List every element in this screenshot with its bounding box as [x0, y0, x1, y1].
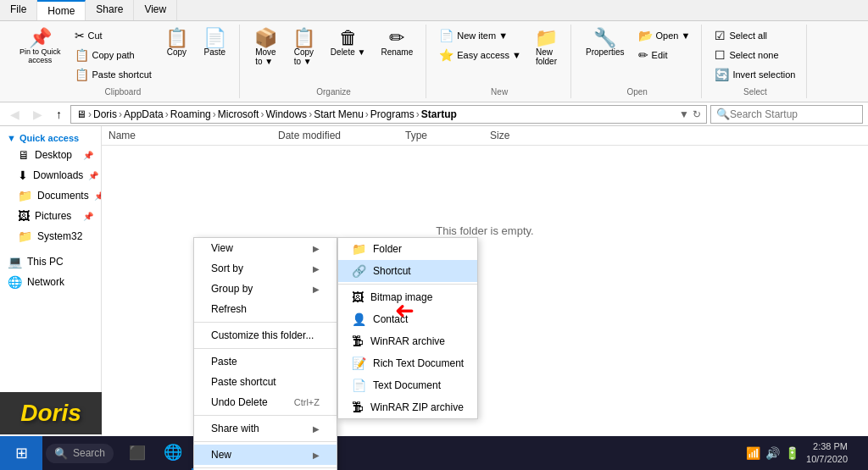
- tab-view[interactable]: View: [134, 0, 177, 20]
- ctx-view-label: View: [211, 242, 306, 254]
- pictures-icon: 🖼: [18, 209, 30, 223]
- cut-icon: ✂: [75, 29, 85, 42]
- col-type[interactable]: Type: [405, 130, 490, 141]
- open-icon: 📂: [638, 29, 653, 42]
- ctx-paste-shortcut-label: Paste shortcut: [211, 376, 320, 388]
- sidebar-item-desktop[interactable]: 🖥 Desktop 📌: [0, 145, 101, 165]
- select-label: Select: [710, 84, 799, 97]
- taskbar-search-label: Search: [73, 447, 105, 459]
- ctx-refresh[interactable]: Refresh: [194, 299, 337, 319]
- breadcrumb-programs: Programs: [370, 108, 415, 120]
- search-input[interactable]: [730, 108, 849, 120]
- rename-button[interactable]: ✏ Rename: [375, 26, 419, 59]
- clipboard-label: Clipboard: [14, 84, 232, 97]
- breadcrumb-appdata: AppData: [124, 108, 164, 120]
- tab-share[interactable]: Share: [86, 0, 134, 20]
- sub-zip-label: WinRAR ZIP archive: [370, 401, 464, 413]
- new-item-button[interactable]: 📄New item ▼: [435, 26, 526, 45]
- taskbar-search[interactable]: 🔍 Search: [46, 444, 114, 463]
- breadcrumb-roaming: Roaming: [170, 108, 211, 120]
- search-box[interactable]: 🔍: [710, 105, 863, 124]
- ribbon-body: 📌 Pin to Quickaccess ✂Cut 📋Copy path 📋Pa…: [0, 21, 868, 102]
- ctx-paste[interactable]: Paste: [194, 351, 337, 372]
- move-icon: 📦: [254, 29, 277, 47]
- search-icon: 🔍: [716, 108, 730, 120]
- forward-button[interactable]: ▶: [28, 105, 47, 124]
- sub-shortcut[interactable]: 🔗 Shortcut: [338, 260, 477, 282]
- pin-button[interactable]: 📌 Pin to Quickaccess: [14, 26, 67, 67]
- new-folder-button[interactable]: 📁 Newfolder: [529, 26, 564, 69]
- sidebar-item-pictures[interactable]: 🖼 Pictures 📌: [0, 206, 101, 226]
- sub-rtf[interactable]: 📝 Rich Text Document: [338, 352, 477, 374]
- pin-badge3: 📌: [94, 191, 102, 201]
- edit-button[interactable]: ✏Edit: [634, 46, 695, 64]
- open-button[interactable]: 📂Open ▼: [634, 26, 695, 45]
- ctx-share[interactable]: Share with: [194, 418, 337, 439]
- refresh-icon[interactable]: ↻: [693, 108, 701, 120]
- paste-shortcut-button[interactable]: 📋Paste shortcut: [70, 65, 156, 84]
- sub-zip[interactable]: 🗜 WinRAR ZIP archive: [338, 396, 477, 418]
- copy-path-label: Copy path: [92, 50, 135, 60]
- paste-button[interactable]: 📄 Paste: [198, 26, 232, 59]
- copy-path-button[interactable]: 📋Copy path: [70, 46, 156, 64]
- battery-icon: 🔋: [785, 446, 799, 460]
- tab-file[interactable]: File: [0, 0, 37, 20]
- new-label: New: [435, 84, 564, 97]
- edge-button[interactable]: 🌐: [156, 436, 190, 470]
- edit-label: Edit: [652, 50, 668, 60]
- ctx-paste-shortcut[interactable]: Paste shortcut: [194, 372, 337, 392]
- sub-winrar[interactable]: 🗜 WinRAR archive: [338, 330, 477, 352]
- sidebar-item-system32[interactable]: 📁 System32: [0, 226, 101, 246]
- sidebar-item-downloads[interactable]: ⬇ Downloads 📌: [0, 165, 101, 185]
- breadcrumb-doris: Doris: [93, 108, 117, 120]
- rtf-icon: 📝: [352, 357, 366, 370]
- folder-icon: 📁: [352, 242, 366, 256]
- up-button[interactable]: ↑: [51, 105, 67, 124]
- quickaccess-label: Quick access: [19, 133, 79, 143]
- col-date[interactable]: Date modified: [278, 130, 405, 141]
- ctx-customize[interactable]: Customize this folder...: [194, 325, 337, 346]
- sidebar-item-network[interactable]: 🌐 Network: [0, 272, 101, 292]
- col-name[interactable]: Name: [108, 130, 278, 141]
- date-display: 10/7/2020: [806, 453, 848, 466]
- tab-home[interactable]: Home: [37, 0, 86, 20]
- edge-icon: 🌐: [164, 443, 182, 462]
- breadcrumb-windows: Windows: [265, 108, 307, 120]
- sub-txt[interactable]: 📄 Text Document: [338, 374, 477, 396]
- clock[interactable]: 2:38 PM 10/7/2020: [806, 440, 848, 467]
- select-all-button[interactable]: ☑Select all: [710, 26, 799, 45]
- invert-selection-button[interactable]: 🔄Invert selection: [710, 65, 799, 84]
- sidebar-item-thispc[interactable]: 💻 This PC: [0, 252, 101, 272]
- logo-text: Doris: [20, 400, 81, 427]
- system32-icon: 📁: [18, 229, 32, 243]
- cut-button[interactable]: ✂Cut: [70, 26, 156, 45]
- address-bar[interactable]: 🖥 › Doris › AppData › Roaming › Microsof…: [70, 105, 707, 124]
- downloads-icon: ⬇: [18, 169, 28, 182]
- ctx-new[interactable]: New: [194, 445, 337, 465]
- col-size[interactable]: Size: [490, 130, 558, 141]
- copy-to-icon: 📋: [292, 29, 315, 47]
- move-button[interactable]: 📦 Moveto ▼: [248, 26, 283, 69]
- sidebar-quickaccess-header[interactable]: ▼ Quick access: [0, 130, 101, 145]
- copy-icon: 📋: [165, 29, 188, 47]
- select-none-button[interactable]: ☐Select none: [710, 46, 799, 64]
- task-view-button[interactable]: ⬛: [120, 436, 154, 470]
- copy-button[interactable]: 📋 Copy: [159, 26, 194, 59]
- sidebar-item-documents[interactable]: 📁 Documents 📌: [0, 185, 101, 206]
- start-button[interactable]: ⊞: [0, 436, 42, 470]
- breadcrumb-startup: Startup: [421, 108, 457, 120]
- select-content: ☑Select all ☐Select none 🔄Invert selecti…: [710, 26, 799, 84]
- dropdown-arrow[interactable]: ▼: [679, 108, 689, 120]
- ctx-view[interactable]: View: [194, 238, 337, 258]
- copy-to-button[interactable]: 📋 Copyto ▼: [287, 26, 321, 69]
- delete-button[interactable]: 🗑 Delete ▼: [325, 26, 372, 59]
- ctx-groupby[interactable]: Group by: [194, 279, 337, 299]
- back-button[interactable]: ◀: [5, 105, 25, 124]
- easy-access-button[interactable]: ⭐Easy access ▼: [435, 46, 526, 64]
- properties-button[interactable]: 🔧 Properties: [580, 26, 631, 59]
- ctx-undo[interactable]: Undo DeleteCtrl+Z: [194, 392, 337, 412]
- ctx-sortby[interactable]: Sort by: [194, 258, 337, 279]
- new-group: 📄New item ▼ ⭐Easy access ▼ 📁 Newfolder N…: [428, 25, 571, 98]
- sub-folder[interactable]: 📁 Folder: [338, 238, 477, 260]
- rename-label: Rename: [381, 47, 413, 57]
